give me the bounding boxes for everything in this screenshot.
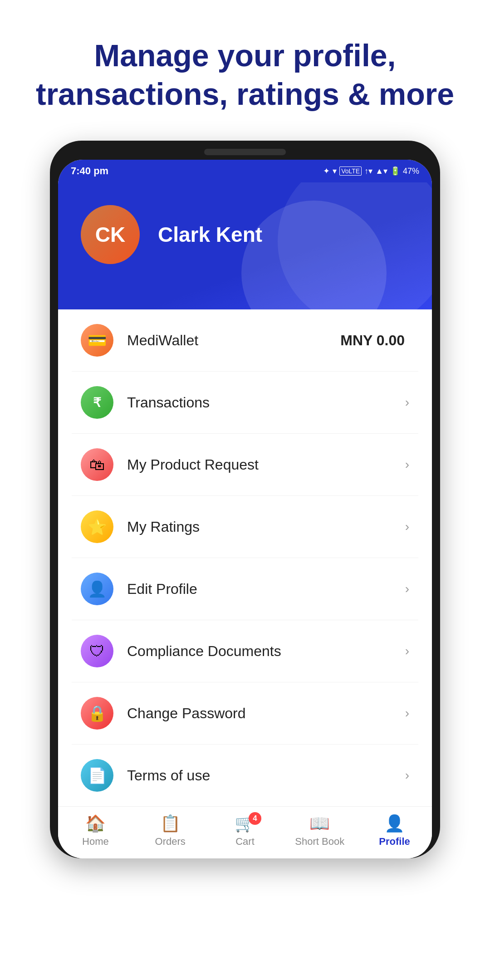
menu-item-terms[interactable]: 📄 Terms of use › (72, 745, 418, 806)
profile-icon: 👤 (384, 814, 405, 833)
shortbook-label: Short Book (295, 836, 344, 848)
profile-header: CK Clark Kent (58, 182, 432, 309)
mediwallet-icon: 💳 (81, 324, 113, 357)
cart-label: Cart (235, 836, 255, 848)
chevron-icon: › (405, 644, 409, 658)
nav-item-shortbook[interactable]: 📖 Short Book (282, 814, 357, 848)
page-header: Manage your profile, transactions, ratin… (0, 0, 490, 141)
wifi-icon: ▾ (333, 166, 337, 176)
compliance-label: Compliance Documents (127, 643, 405, 660)
cart-badge: 4 (249, 812, 261, 825)
transactions-label: Transactions (127, 394, 405, 411)
shortbook-icon: 📖 (309, 814, 330, 833)
compliance-icon: 🛡 (81, 635, 113, 667)
terms-label: Terms of use (127, 767, 405, 784)
phone-frame: 7:40 pm ✦ ▾ VoLTE ↑▾ ▲▾ 🔋 47% CK Clark K… (50, 141, 440, 858)
chevron-icon: › (405, 519, 409, 534)
nav-item-cart[interactable]: 🛒 4 Cart (208, 814, 283, 848)
product-request-icon: 🛍 (81, 448, 113, 481)
chevron-icon: › (405, 457, 409, 472)
mediwallet-value: MNY 0.00 (340, 332, 405, 349)
menu-item-mediwallet[interactable]: 💳 MediWallet MNY 0.00 (72, 309, 418, 372)
signal-icon: ✦ (323, 166, 330, 176)
chevron-icon: › (405, 395, 409, 410)
menu-item-change-password[interactable]: 🔒 Change Password › (72, 682, 418, 745)
mediwallet-label: MediWallet (127, 332, 340, 349)
menu-list: 💳 MediWallet MNY 0.00 ₹ Transactions › 🛍… (58, 309, 432, 806)
profile-name: Clark Kent (158, 222, 262, 247)
terms-icon: 📄 (81, 759, 113, 792)
status-time: 7:40 pm (71, 165, 108, 177)
profile-info: CK Clark Kent (81, 205, 409, 264)
volte-icon: VoLTE (339, 167, 362, 176)
menu-item-product-request[interactable]: 🛍 My Product Request › (72, 434, 418, 496)
battery-percent: 47% (403, 167, 419, 176)
home-icon: 🏠 (85, 814, 106, 833)
nav-item-home[interactable]: 🏠 Home (58, 814, 133, 848)
chevron-icon: › (405, 706, 409, 720)
transactions-icon: ₹ (81, 386, 113, 419)
menu-item-transactions[interactable]: ₹ Transactions › (72, 372, 418, 434)
bottom-nav: 🏠 Home 📋 Orders 🛒 4 Cart 📖 Short Book 👤 … (58, 806, 432, 858)
home-label: Home (82, 836, 109, 848)
edit-profile-label: Edit Profile (127, 581, 405, 598)
nav-item-orders[interactable]: 📋 Orders (133, 814, 208, 848)
menu-item-edit-profile[interactable]: 👤 Edit Profile › (72, 558, 418, 620)
menu-item-ratings[interactable]: ⭐ My Ratings › (72, 496, 418, 558)
battery-icon: 🔋 (390, 166, 400, 176)
phone-notch (204, 149, 286, 155)
chevron-icon: › (405, 768, 409, 783)
orders-icon: 📋 (160, 814, 181, 833)
change-password-label: Change Password (127, 705, 405, 722)
ratings-icon: ⭐ (81, 510, 113, 543)
chevron-icon: › (405, 582, 409, 596)
status-icons: ✦ ▾ VoLTE ↑▾ ▲▾ 🔋 47% (323, 166, 419, 176)
status-bar: 7:40 pm ✦ ▾ VoLTE ↑▾ ▲▾ 🔋 47% (58, 160, 432, 182)
menu-item-compliance[interactable]: 🛡 Compliance Documents › (72, 620, 418, 682)
change-password-icon: 🔒 (81, 697, 113, 730)
page-heading: Manage your profile, transactions, ratin… (27, 36, 463, 113)
signal2-icon: ▲▾ (375, 166, 387, 176)
profile-label: Profile (379, 836, 410, 848)
product-request-label: My Product Request (127, 456, 405, 473)
avatar: CK (81, 205, 140, 264)
phone-screen: 7:40 pm ✦ ▾ VoLTE ↑▾ ▲▾ 🔋 47% CK Clark K… (58, 160, 432, 858)
network-icon: ↑▾ (364, 166, 372, 176)
edit-profile-icon: 👤 (81, 573, 113, 605)
orders-label: Orders (155, 836, 186, 848)
ratings-label: My Ratings (127, 519, 405, 535)
nav-item-profile[interactable]: 👤 Profile (357, 814, 432, 848)
